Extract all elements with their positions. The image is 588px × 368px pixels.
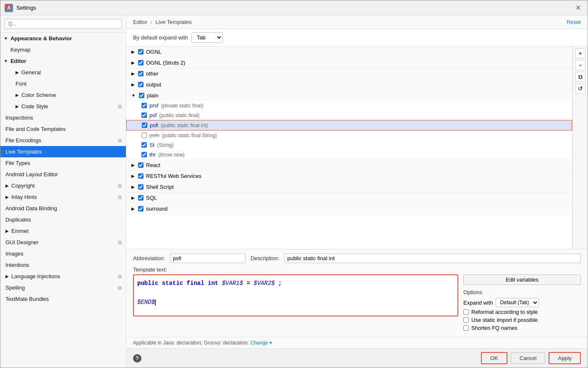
template-checkbox-psfs[interactable] bbox=[141, 133, 147, 138]
group-header-plain[interactable]: ▼ plain bbox=[126, 90, 572, 101]
toolbar-row: By default expand with Tab Space Enter bbox=[126, 29, 588, 47]
sidebar-item-general[interactable]: ▶ General bbox=[0, 67, 126, 78]
sidebar-item-duplicates[interactable]: Duplicates bbox=[0, 214, 126, 225]
template-checkbox-thr[interactable] bbox=[141, 152, 147, 157]
reset-link[interactable]: Reset bbox=[567, 19, 581, 25]
group-checkbox-shell[interactable] bbox=[138, 184, 144, 190]
add-button[interactable]: + bbox=[575, 48, 585, 58]
sidebar-item-code-style[interactable]: ▶ Code Style ⧉ bbox=[0, 101, 126, 112]
sidebar-item-file-types[interactable]: File Types bbox=[0, 157, 126, 169]
expand-dropdown[interactable]: Tab Space Enter bbox=[191, 32, 223, 43]
sidebar-item-inspections[interactable]: Inspections bbox=[0, 112, 126, 123]
change-link[interactable]: Change ▾ bbox=[251, 340, 272, 346]
ok-button[interactable]: OK bbox=[481, 352, 507, 364]
chevron-down-icon: ▼ bbox=[131, 93, 136, 98]
sidebar-item-android-layout-editor[interactable]: Android Layout Editor bbox=[0, 169, 126, 180]
group-checkbox-other[interactable] bbox=[138, 71, 144, 76]
template-checkbox-psfi[interactable] bbox=[142, 123, 147, 128]
sidebar-item-label: Color Scheme bbox=[21, 92, 56, 98]
reformat-checkbox[interactable] bbox=[463, 309, 469, 315]
sidebar-item-editor[interactable]: ▼ Editor bbox=[0, 55, 126, 67]
group-checkbox-react[interactable] bbox=[138, 162, 144, 168]
sidebar-item-file-encodings[interactable]: File Encodings ⧉ bbox=[0, 135, 126, 146]
sidebar-item-label: Editor bbox=[10, 58, 26, 64]
desc-input[interactable] bbox=[285, 253, 581, 263]
reset-button[interactable]: ↺ bbox=[575, 84, 585, 94]
close-button[interactable]: ✕ bbox=[573, 3, 583, 13]
static-import-checkbox[interactable] bbox=[463, 317, 469, 323]
template-name-psfi: psfi bbox=[150, 122, 158, 128]
sidebar-item-label: Language Injections bbox=[11, 273, 60, 279]
template-checkbox-prsf[interactable] bbox=[141, 103, 147, 108]
breadcrumb-bar: Editor › Live Templates Reset bbox=[126, 16, 588, 29]
group-label: SQL bbox=[146, 195, 157, 201]
group-checkbox-output[interactable] bbox=[138, 82, 144, 87]
sidebar-item-live-templates[interactable]: Live Templates bbox=[0, 146, 126, 157]
group-header-ognl[interactable]: ▶ OGNL bbox=[126, 47, 572, 57]
cancel-button[interactable]: Cancel bbox=[511, 352, 545, 364]
group-checkbox-ognl-struts2[interactable] bbox=[138, 60, 144, 65]
group-checkbox-restful[interactable] bbox=[138, 173, 144, 179]
remove-button[interactable]: − bbox=[575, 60, 585, 70]
sidebar-item-images[interactable]: Images bbox=[0, 248, 126, 259]
group-header-restful[interactable]: ▶ RESTful Web Services bbox=[126, 171, 572, 181]
expand-with-row: Expand with Default (Tab) Tab Space Ente… bbox=[463, 298, 581, 307]
template-row-psfs[interactable]: psfs (public static final String) bbox=[126, 130, 572, 140]
group-label: OGNL (Struts 2) bbox=[146, 60, 185, 66]
sidebar-item-label: Inlay Hints bbox=[11, 194, 37, 200]
group-checkbox-sql[interactable] bbox=[138, 195, 144, 201]
sidebar-item-label: Live Templates bbox=[5, 149, 42, 155]
group-header-react[interactable]: ▶ React bbox=[126, 160, 572, 170]
template-row-st[interactable]: St (String) bbox=[126, 140, 572, 150]
sidebar-item-font[interactable]: Font bbox=[0, 78, 126, 89]
template-row-thr[interactable]: thr (throw new) bbox=[126, 150, 572, 159]
sidebar-item-color-scheme[interactable]: ▶ Color Scheme bbox=[0, 89, 126, 101]
group-checkbox-ognl[interactable] bbox=[138, 49, 144, 55]
sidebar-item-language-injections[interactable]: ▶ Language Injections ⧉ bbox=[0, 271, 126, 282]
group-label: plain bbox=[147, 92, 158, 99]
sidebar-item-spelling[interactable]: Spelling ⧉ bbox=[0, 282, 126, 293]
template-checkbox-st[interactable] bbox=[141, 142, 147, 148]
sidebar-item-intentions[interactable]: Intentions bbox=[0, 259, 126, 271]
template-text-box[interactable]: public static final int $VAR1$ = $VAR2$ … bbox=[133, 274, 458, 316]
abbrev-input[interactable] bbox=[170, 253, 246, 263]
code-end-var: $END$ bbox=[137, 299, 155, 305]
sidebar-item-inlay-hints[interactable]: ▶ Inlay Hints ⧉ bbox=[0, 191, 126, 203]
sidebar-item-appearance[interactable]: ▼ Appearance & Behavior bbox=[0, 33, 126, 44]
breadcrumb: Editor › Live Templates bbox=[133, 19, 192, 25]
group-checkbox-surround[interactable] bbox=[138, 206, 144, 211]
search-input[interactable] bbox=[5, 19, 122, 29]
sidebar-item-android-data-binding[interactable]: Android Data Binding bbox=[0, 203, 126, 214]
edit-variables-button[interactable]: Edit variables bbox=[463, 274, 581, 285]
chevron-right-icon: ▶ bbox=[131, 60, 135, 65]
template-row-prsf[interactable]: prsf (private static final) bbox=[126, 101, 572, 110]
group-header-ognl-struts2[interactable]: ▶ OGNL (Struts 2) bbox=[126, 57, 572, 68]
expand-with-dropdown[interactable]: Default (Tab) Tab Space Enter bbox=[496, 298, 539, 307]
copy-button[interactable]: ⧉ bbox=[575, 72, 585, 82]
sidebar-item-copyright[interactable]: ▶ Copyright ⧉ bbox=[0, 180, 126, 191]
group-header-surround[interactable]: ▶ surround bbox=[126, 204, 572, 214]
sidebar-item-file-code-templates[interactable]: File and Code Templates bbox=[0, 123, 126, 135]
sidebar-item-label: Spelling bbox=[5, 284, 25, 291]
group-header-output[interactable]: ▶ output bbox=[126, 79, 572, 90]
sidebar-item-label: Copyright bbox=[11, 183, 35, 189]
sidebar-item-keymap[interactable]: Keymap bbox=[0, 44, 126, 55]
copy-icon: ⧉ bbox=[118, 274, 122, 279]
template-group-other: ▶ other bbox=[126, 68, 572, 79]
apply-button[interactable]: Apply bbox=[549, 352, 581, 364]
group-header-shell[interactable]: ▶ Shell Script bbox=[126, 182, 572, 192]
template-row-psfi[interactable]: psfi (public static final int) bbox=[126, 120, 572, 130]
group-header-sql[interactable]: ▶ SQL bbox=[126, 193, 572, 203]
sidebar-item-gui-designer[interactable]: GUI Designer ⧉ bbox=[0, 237, 126, 248]
group-header-other[interactable]: ▶ other bbox=[126, 68, 572, 79]
template-desc-psf: (public static final) bbox=[159, 112, 199, 118]
detail-form: Abbreviation: Description: Template text… bbox=[126, 249, 588, 337]
shorten-eq-checkbox[interactable] bbox=[463, 325, 469, 331]
template-row-psf[interactable]: psf (public static final) bbox=[126, 110, 572, 120]
help-button[interactable]: ? bbox=[133, 354, 141, 363]
sidebar-item-emmet[interactable]: ▶ Emmet bbox=[0, 225, 126, 237]
group-checkbox-plain[interactable] bbox=[139, 93, 144, 98]
template-checkbox-psf[interactable] bbox=[141, 112, 147, 118]
sidebar-item-textmate-bundles[interactable]: TextMate Bundles bbox=[0, 293, 126, 305]
sidebar-item-label: File and Code Templates bbox=[5, 126, 66, 132]
